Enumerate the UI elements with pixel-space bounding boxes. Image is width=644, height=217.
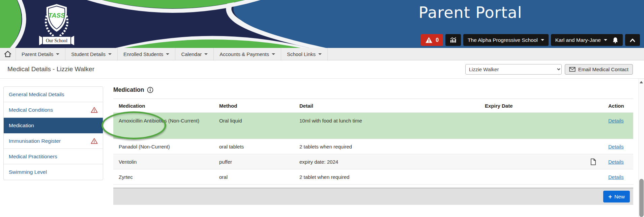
new-medication-button[interactable]: + New [603, 191, 630, 202]
medication-method: oral tablets [214, 144, 294, 150]
sidebar-item-label: Swimming Level [9, 169, 47, 175]
table-footer-bar: + New [113, 188, 633, 205]
details-link[interactable]: Details [608, 118, 624, 124]
user-selector-button[interactable]: Karl and Mary-Jane [551, 34, 623, 46]
medication-name: Amoxicillin Antibiotics (Non-Current) [113, 113, 214, 124]
chevron-up-icon [630, 38, 636, 43]
sidebar-item-medical-conditions[interactable]: Medical Conditions [4, 102, 103, 118]
medication-name: Zyrtec [113, 174, 214, 180]
home-nav-button[interactable] [0, 48, 16, 60]
nav-item-label: School Links [287, 51, 316, 57]
table-row: Ventolin puffer expiry date: 2024 Detail… [113, 154, 633, 169]
sidebar-item-swimming-level[interactable]: Swimming Level [4, 164, 103, 180]
nav-item-label: Accounts & Payments [219, 51, 269, 57]
collapse-header-button[interactable] [625, 34, 640, 46]
sidebar-item-medical-practitioners[interactable]: Medical Practitioners [4, 149, 103, 164]
vertical-scrollbar[interactable] [638, 79, 644, 217]
column-header-medication: Medication [113, 103, 214, 109]
nav-item-label: Student Details [71, 51, 106, 57]
info-icon[interactable] [147, 87, 153, 93]
medication-method: puffer [214, 159, 294, 165]
nav-item-school-links[interactable]: School Links [281, 48, 328, 60]
nav-item-calendar[interactable]: Calendar [175, 48, 214, 60]
column-header-action: Action [603, 103, 633, 109]
charts-button[interactable] [445, 34, 461, 46]
page-title: Medical Details - Lizzie Walker [7, 65, 94, 73]
svg-text:TASS: TASS [48, 12, 65, 19]
sidebar-item-label: Medication [9, 123, 34, 129]
table-row: Panadol (Non-Current) oral tablets 2 tab… [113, 139, 633, 154]
caret-down-icon [541, 39, 544, 41]
notifications-bell-icon[interactable] [612, 37, 618, 44]
sidebar-item-label: Medical Conditions [9, 107, 53, 113]
attachment-cell [584, 158, 603, 165]
warning-triangle-icon [425, 37, 433, 44]
column-header-detail: Detail [294, 103, 479, 109]
medication-detail: expiry date: 2024 [294, 159, 479, 165]
caret-down-icon [108, 53, 112, 55]
caret-down-icon [318, 53, 322, 55]
medication-name: Ventolin [113, 159, 214, 165]
details-link[interactable]: Details [608, 159, 624, 165]
nav-item-accounts-payments[interactable]: Accounts & Payments [214, 48, 281, 60]
warning-triangle-icon [91, 138, 98, 144]
school-selector-button[interactable]: The Alpha Progressive School [463, 34, 549, 46]
warning-triangle-icon [91, 107, 98, 113]
medical-sections-sidebar: General Medical Details Medical Conditio… [3, 86, 103, 180]
alert-count: 0 [436, 37, 439, 43]
section-heading: Medication [113, 86, 633, 93]
nav-item-label: Enrolled Students [123, 51, 163, 57]
section-heading-label: Medication [113, 86, 144, 93]
table-header-row: Medication Method Detail Expiry Date Act… [113, 99, 633, 113]
column-header-expiry-date: Expiry Date [479, 103, 564, 109]
school-selector-label: The Alpha Progressive School [468, 37, 538, 43]
medication-detail: 2 tablets when required [294, 144, 479, 150]
alerts-button[interactable]: 0 [421, 34, 443, 46]
medication-table: Medication Method Detail Expiry Date Act… [113, 99, 633, 185]
nav-item-parent-details[interactable]: Parent Details [16, 48, 65, 60]
envelope-icon [569, 67, 576, 72]
scrollbar-thumb[interactable] [639, 179, 644, 217]
table-row: Zyrtec oral 2 tablet when required Detai… [113, 169, 633, 185]
medication-panel: Medication Medication Method Detail Expi… [113, 86, 633, 205]
sidebar-item-label: General Medical Details [9, 91, 64, 98]
nav-item-student-details[interactable]: Student Details [65, 48, 118, 60]
page-header-controls: Lizzie Walker Email Medical Contact [465, 64, 633, 75]
caret-down-icon [272, 53, 275, 55]
new-button-label: New [614, 194, 625, 200]
main-navbar: Parent Details Student Details Enrolled … [0, 48, 644, 60]
caret-down-icon [204, 53, 208, 55]
plus-icon: + [608, 193, 612, 200]
scrollbar-up-button[interactable] [639, 79, 644, 85]
caret-down-icon [56, 53, 59, 55]
medication-detail: 2 tablet when required [294, 174, 479, 180]
sidebar-item-medication[interactable]: Medication [4, 118, 103, 133]
details-link[interactable]: Details [608, 174, 624, 180]
banner: TASS Our School Parent Portal 0 Th [0, 0, 644, 48]
medication-method: Oral liquid [214, 113, 294, 124]
column-header-method: Method [214, 103, 294, 109]
medication-name: Panadol (Non-Current) [113, 144, 214, 150]
student-selector[interactable]: Lizzie Walker [465, 64, 562, 75]
school-logo: TASS Our School [38, 2, 76, 46]
nav-item-enrolled-students[interactable]: Enrolled Students [118, 48, 175, 60]
document-attachment-icon[interactable] [590, 158, 596, 165]
email-medical-contact-button[interactable]: Email Medical Contact [565, 64, 633, 75]
details-link[interactable]: Details [608, 144, 624, 150]
page-header: Medical Details - Lizzie Walker Lizzie W… [0, 60, 644, 79]
portal-title: Parent Portal [398, 3, 543, 22]
sidebar-item-label: Immunisation Register [9, 138, 61, 144]
home-icon [4, 51, 11, 57]
email-button-label: Email Medical Contact [578, 66, 628, 72]
banner-buttons: 0 The Alpha Progressive School Karl and … [421, 34, 640, 46]
scroll-up-arrow-icon [640, 81, 643, 83]
user-selector-label: Karl and Mary-Jane [555, 37, 601, 43]
medication-detail: 10ml with food at lunch time [294, 113, 479, 124]
sidebar-item-immunisation-register[interactable]: Immunisation Register [4, 133, 103, 149]
svg-text:Our School: Our School [46, 38, 67, 43]
sidebar-item-label: Medical Practitioners [9, 154, 57, 160]
sidebar-item-general-medical-details[interactable]: General Medical Details [4, 87, 103, 102]
spacer-cell [564, 113, 584, 117]
nav-item-label: Calendar [181, 51, 202, 57]
table-row-highlighted: Amoxicillin Antibiotics (Non-Current) Or… [113, 113, 633, 139]
